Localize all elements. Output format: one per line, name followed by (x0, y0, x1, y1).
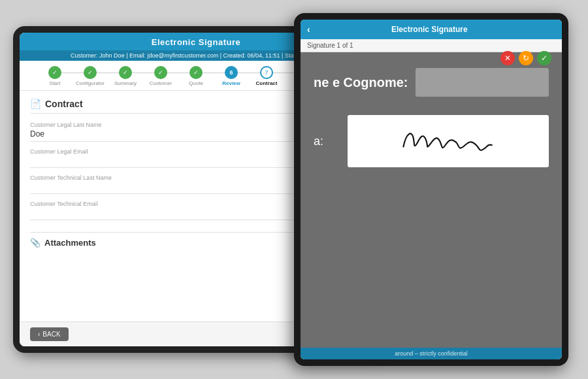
sig-draw-label: a: (314, 135, 340, 148)
step-circle-2: ✓ (84, 66, 97, 79)
top-bar-title-front: Electronic Signature (317, 25, 542, 34)
back-arrow-icon[interactable]: ‹ (307, 24, 310, 35)
bottom-bar-text: around – strictly confidential (395, 350, 468, 357)
step-circle-3: ✓ (119, 66, 132, 79)
contract-icon: 📄 (30, 99, 41, 109)
sig-row-draw: a: (301, 107, 562, 180)
step-circle-4: ✓ (154, 66, 167, 79)
step-label-6: Review (222, 80, 240, 86)
step-label-3: Summary (114, 80, 137, 86)
step-start[interactable]: ✓ Start (37, 66, 73, 86)
attachment-icon: 📎 (30, 238, 41, 248)
signature-label: Signature 1 of 1 (301, 39, 562, 52)
step-label-2: Configurator (76, 80, 105, 86)
sig-name-label: ne e Cognome: (314, 75, 408, 90)
close-button[interactable]: ✕ (500, 51, 515, 65)
step-circle-5: ✓ (189, 66, 203, 79)
section-title-text: Contract (45, 99, 83, 109)
sig-name-input[interactable] (416, 68, 549, 97)
step-summary[interactable]: ✓ Summary (108, 66, 143, 86)
back-button[interactable]: ‹ BACK (30, 327, 69, 341)
step-label-7: Contract (256, 80, 278, 86)
step-circle-7: 7 (260, 66, 273, 79)
step-quote[interactable]: ✓ Quote (178, 66, 214, 86)
top-bar-title: Electronic Signature (152, 37, 240, 47)
bottom-bar: around – strictly confidential (301, 348, 562, 359)
step-circle-1: ✓ (48, 66, 61, 79)
signature-draw-area[interactable] (348, 115, 549, 167)
step-customer[interactable]: ✓ Customer (143, 66, 178, 86)
step-label-4: Customer (150, 80, 172, 86)
step-label-5: Quote (189, 80, 203, 86)
step-contract[interactable]: 7 Contract (249, 66, 284, 86)
attachments-label: Attachments (44, 238, 96, 248)
back-button-label: BACK (42, 331, 60, 338)
signature-content: ne e Cognome: a: (301, 52, 562, 348)
step-circle-6: 6 (225, 66, 238, 79)
step-review[interactable]: 6 Review (214, 66, 249, 86)
top-bar-front: ‹ Electronic Signature (301, 20, 562, 39)
tablet-front: ‹ Electronic Signature ✕ ↻ ✓ Signature 1… (294, 13, 568, 366)
signature-label-text: Signature 1 of 1 (307, 42, 353, 49)
info-bar-text: Customer: John Doe | Email: jdoe@myfirst… (71, 52, 321, 59)
refresh-button[interactable]: ↻ (519, 51, 533, 65)
sig-name-label-text: ne e Cognome: (314, 75, 408, 90)
signature-actions: ✕ ↻ ✓ (500, 51, 551, 65)
back-chevron-icon: ‹ (38, 331, 40, 338)
step-configurator[interactable]: ✓ Configurator (73, 66, 108, 86)
confirm-button[interactable]: ✓ (537, 51, 551, 65)
signature-svg (389, 122, 507, 161)
sig-draw-label-text: a: (314, 135, 323, 148)
step-label-1: Start (50, 80, 61, 86)
